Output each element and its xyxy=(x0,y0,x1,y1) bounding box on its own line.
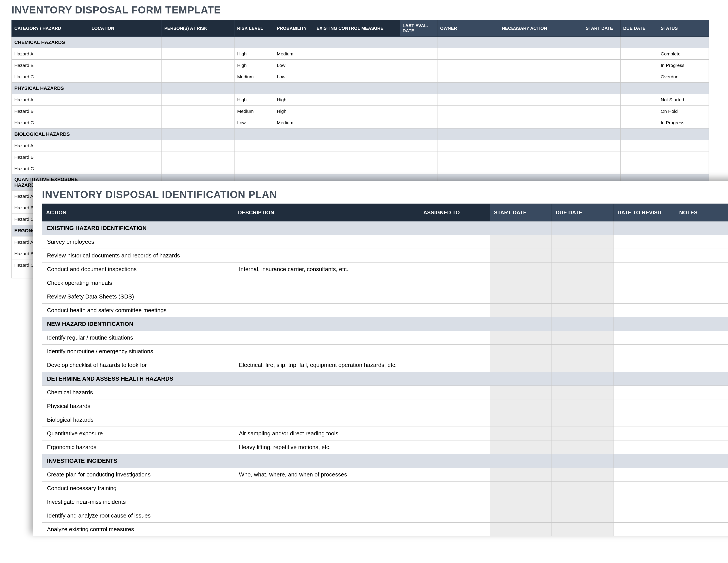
action-cell: Develop checklist of hazards to look for xyxy=(42,358,234,372)
action-cell: Survey employees xyxy=(42,235,234,249)
risk-level-cell: High xyxy=(235,48,274,60)
table-row: Biological hazards xyxy=(42,413,728,427)
col-description: DESCRIPTION xyxy=(234,204,419,221)
section-label: CHEMICAL HAZARDS xyxy=(12,37,89,48)
table-row: Review historical documents and records … xyxy=(42,249,728,262)
section-physical: PHYSICAL HAZARDS xyxy=(12,83,709,94)
table-row: Investigate near-miss incidents xyxy=(42,495,728,509)
identification-plan-table: ACTION DESCRIPTION ASSIGNED TO START DAT… xyxy=(42,203,728,536)
status-cell: In Progress xyxy=(658,117,709,128)
description-cell: Who, what, where, and when of processes xyxy=(234,468,419,482)
hazard-name: Hazard B xyxy=(12,151,89,163)
col-action: ACTION xyxy=(42,204,234,221)
action-cell: Check operating manuals xyxy=(42,276,234,290)
hazard-name: Hazard A xyxy=(12,48,89,60)
action-cell: Identify regular / routine situations xyxy=(42,331,234,345)
col-category: CATEGORY / HAZARD xyxy=(12,20,89,37)
table-row: Analyze existing control measures xyxy=(42,523,728,536)
action-cell: Chemical hazards xyxy=(42,386,234,399)
col-notes: NOTES xyxy=(675,204,728,221)
hazard-name: Hazard C xyxy=(12,117,89,128)
action-cell: Identify nonroutine / emergency situatio… xyxy=(42,345,234,358)
section-label: BIOLOGICAL HAZARDS xyxy=(12,128,89,140)
status-cell: Overdue xyxy=(658,71,709,83)
col-revisit-date: DATE TO REVISIT xyxy=(614,204,675,221)
table-row: Identify nonroutine / emergency situatio… xyxy=(42,345,728,358)
table-row: Check operating manuals xyxy=(42,276,728,290)
identification-plan-title: INVENTORY DISPOSAL IDENTIFICATION PLAN xyxy=(42,188,728,200)
description-cell: Heavy lifting, repetitive motions, etc. xyxy=(234,441,419,454)
table-row: Hazard C xyxy=(12,163,709,174)
description-cell: Electrical, fire, slip, trip, fall, equi… xyxy=(234,358,419,372)
section-determine-assess: DETERMINE AND ASSESS HEALTH HAZARDS xyxy=(42,372,728,386)
col-start-date: START DATE xyxy=(490,204,552,221)
col-assigned: ASSIGNED TO xyxy=(419,204,490,221)
table-row: Hazard C Medium Low Overdue xyxy=(12,71,709,83)
hazard-name: Hazard A xyxy=(12,94,89,105)
section-label: EXISTING HAZARD IDENTIFICATION xyxy=(42,221,234,235)
hazard-name: Hazard C xyxy=(12,163,89,174)
table-row: Conduct and document inspections Interna… xyxy=(42,262,728,276)
col-due-date: DUE DATE xyxy=(621,20,658,37)
col-last-eval: LAST EVAL. DATE xyxy=(400,20,437,37)
action-cell: Quantitative exposure xyxy=(42,427,234,441)
risk-level-cell: High xyxy=(235,60,274,71)
table-row: Chemical hazards xyxy=(42,386,728,399)
probability-cell: High xyxy=(274,105,314,117)
risk-level-cell: Medium xyxy=(235,71,274,83)
hazard-name: Hazard B xyxy=(12,60,89,71)
table-row: Survey employees xyxy=(42,235,728,249)
action-cell: Review historical documents and records … xyxy=(42,249,234,262)
description-cell: Air sampling and/or direct reading tools xyxy=(234,427,419,441)
action-cell: Ergonomic hazards xyxy=(42,441,234,454)
hazard-name: Hazard A xyxy=(12,140,89,151)
action-cell: Conduct necessary training xyxy=(42,482,234,495)
table-row: Hazard A xyxy=(12,140,709,151)
probability-cell: Low xyxy=(274,60,314,71)
table-row: Conduct necessary training xyxy=(42,482,728,495)
risk-level-cell: High xyxy=(235,94,274,105)
section-label: DETERMINE AND ASSESS HEALTH HAZARDS xyxy=(42,372,234,386)
action-cell: Biological hazards xyxy=(42,413,234,427)
col-necessary-action: NECESSARY ACTION xyxy=(499,20,583,37)
section-new-hazard: NEW HAZARD IDENTIFICATION xyxy=(42,317,728,331)
risk-level-cell: Low xyxy=(235,117,274,128)
table-row: Hazard A High High Not Started xyxy=(12,94,709,105)
table-row: Physical hazards xyxy=(42,399,728,413)
status-cell: Not Started xyxy=(658,94,709,105)
status-cell: In Progress xyxy=(658,60,709,71)
col-risk: RISK LEVEL xyxy=(235,20,274,37)
probability-cell: Medium xyxy=(274,117,314,128)
table-row: Review Safety Data Sheets (SDS) xyxy=(42,290,728,304)
col-existing-control: EXISTING CONTROL MEASURE xyxy=(314,20,400,37)
action-cell: Create plan for conducting investigation… xyxy=(42,468,234,482)
form-template-title: INVENTORY DISPOSAL FORM TEMPLATE xyxy=(11,4,709,16)
section-chemical: CHEMICAL HAZARDS xyxy=(12,37,709,48)
section-investigate: INVESTIGATE INCIDENTS xyxy=(42,454,728,468)
table-row: Hazard B xyxy=(12,151,709,163)
table-row: Ergonomic hazards Heavy lifting, repetit… xyxy=(42,441,728,454)
probability-cell: Low xyxy=(274,71,314,83)
table-row: Conduct health and safety committee meet… xyxy=(42,304,728,317)
action-cell: Identify and analyze root cause of issue… xyxy=(42,509,234,523)
table-row: Create plan for conducting investigation… xyxy=(42,468,728,482)
table-row: Quantitative exposure Air sampling and/o… xyxy=(42,427,728,441)
table-row: Identify and analyze root cause of issue… xyxy=(42,509,728,523)
table-row: Hazard B High Low In Progress xyxy=(12,60,709,71)
col-persons: PERSON(S) AT RISK xyxy=(162,20,235,37)
action-cell: Review Safety Data Sheets (SDS) xyxy=(42,290,234,304)
table-header-row: ACTION DESCRIPTION ASSIGNED TO START DAT… xyxy=(42,204,728,221)
table-row: Develop checklist of hazards to look for… xyxy=(42,358,728,372)
description-cell: Internal, insurance carrier, consultants… xyxy=(234,262,419,276)
table-row: Identify regular / routine situations xyxy=(42,331,728,345)
col-status: STATUS xyxy=(658,20,709,37)
col-start-date: START DATE xyxy=(583,20,621,37)
table-row: Hazard C Low Medium In Progress xyxy=(12,117,709,128)
section-existing-hazard: EXISTING HAZARD IDENTIFICATION xyxy=(42,221,728,235)
risk-level-cell: Medium xyxy=(235,105,274,117)
col-probability: PROBABILITY xyxy=(274,20,314,37)
section-label: NEW HAZARD IDENTIFICATION xyxy=(42,317,234,331)
identification-plan-panel: INVENTORY DISPOSAL IDENTIFICATION PLAN A… xyxy=(33,181,728,536)
probability-cell: Medium xyxy=(274,48,314,60)
action-cell: Conduct and document inspections xyxy=(42,262,234,276)
